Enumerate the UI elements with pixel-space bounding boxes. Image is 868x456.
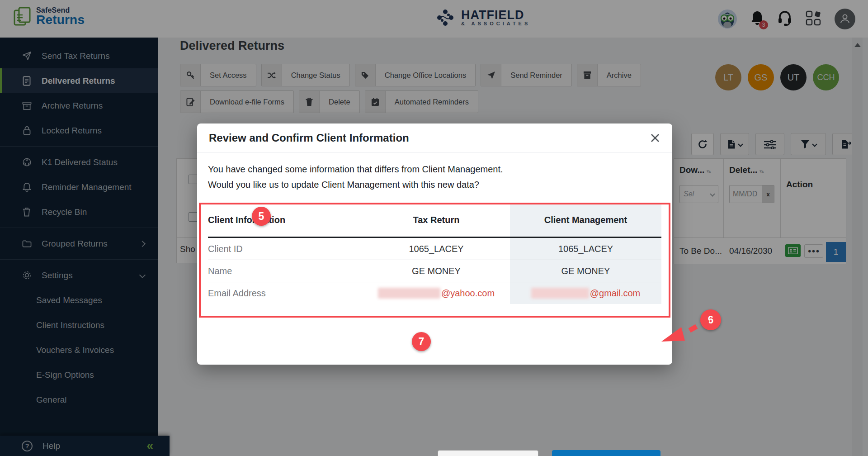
header-client-management: Client Management [510,204,661,237]
client-mgmt-email: @gmail.com [510,282,661,304]
annotation-step-6: 6 [700,309,721,330]
row-label-name: Name [208,260,363,282]
redacted-email-blur [378,288,440,299]
row-label-email: Email Address [208,282,363,304]
modal-title: Review and Confirm Client Information [209,132,409,144]
client-mgmt-client-id: 1065_LACEY [510,238,661,260]
row-label-client-id: Client ID [208,238,363,260]
no-do-not-update-button[interactable]: No, Do Not Update [438,450,538,456]
client-comparison-table: Client Information Tax Return Client Man… [208,204,661,304]
tax-return-email: @yahoo.com [363,282,510,304]
modal-message-line1: You have changed some information that d… [208,162,661,177]
yes-update-button[interactable]: Yes, Update [552,450,660,456]
redacted-email-blur [531,288,589,299]
tax-return-client-id: 1065_LACEY [363,238,510,260]
header-client-information: Client Information [208,204,363,237]
annotation-step-5: 5 [252,207,271,226]
modal-message-line2: Would you like us to update Client Manag… [208,177,661,192]
review-confirm-modal: Review and Confirm Client Information Yo… [197,124,672,365]
annotation-step-7: 7 [412,332,431,351]
header-tax-return: Tax Return [363,204,510,237]
close-icon[interactable] [650,133,660,143]
client-mgmt-name: GE MONEY [510,260,661,282]
tax-return-name: GE MONEY [363,260,510,282]
